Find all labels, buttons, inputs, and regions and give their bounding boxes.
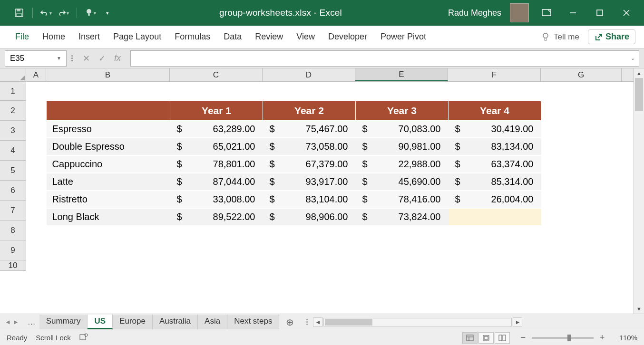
scroll-right-icon[interactable]: ► — [513, 317, 522, 327]
table-header[interactable]: Year 2 — [263, 101, 356, 121]
row-header-8[interactable]: 8 — [0, 220, 26, 240]
ribbon-tab-file[interactable]: File — [9, 26, 36, 48]
zoom-in-button[interactable]: + — [597, 333, 607, 343]
maximize-button[interactable] — [591, 4, 609, 22]
close-button[interactable] — [617, 4, 635, 22]
row-header-3[interactable]: 3 — [0, 121, 26, 141]
row-header-9[interactable]: 9 — [0, 240, 26, 260]
ribbon-tab-data[interactable]: Data — [217, 26, 248, 48]
table-row-name[interactable]: Ristretto — [47, 191, 170, 208]
table-cell[interactable]: $78,416.00 — [356, 191, 449, 208]
page-layout-view-button[interactable] — [478, 332, 494, 344]
table-cell[interactable]: $65,021.00 — [170, 138, 263, 155]
scroll-left-icon[interactable]: ◄ — [313, 317, 322, 327]
sheet-tab-us[interactable]: US — [88, 315, 113, 329]
formula-input[interactable]: ⌄ — [130, 50, 639, 67]
row-header-7[interactable]: 7 — [0, 201, 26, 220]
ribbon-tab-power-pivot[interactable]: Power Pivot — [374, 26, 433, 48]
ribbon-tab-formulas[interactable]: Formulas — [168, 26, 217, 48]
horizontal-scrollbar[interactable]: ◄ ► — [313, 317, 527, 327]
sheet-nav[interactable]: ◄► — [0, 318, 24, 326]
scroll-down-icon[interactable]: ▼ — [634, 304, 644, 314]
table-cell[interactable]: $90,981.00 — [356, 138, 449, 155]
table-cell[interactable]: $45,690.00 — [356, 173, 449, 191]
select-all-corner[interactable] — [0, 68, 26, 81]
table-row-name[interactable]: Long Black — [47, 208, 170, 226]
worksheet-grid[interactable]: ABCDEFG12345678910Year 1Year 2Year 3Year… — [0, 68, 644, 314]
table-cell[interactable]: $70,083.00 — [356, 121, 449, 138]
column-header-B[interactable]: B — [46, 68, 170, 81]
table-row-name[interactable]: Cappuccino — [47, 155, 170, 173]
macro-record-icon[interactable] — [79, 333, 88, 342]
chevron-down-icon[interactable]: ▼ — [57, 56, 61, 61]
table-header[interactable]: Year 3 — [356, 101, 449, 121]
sheet-tab-europe[interactable]: Europe — [113, 315, 153, 329]
sheet-overflow[interactable]: … — [24, 317, 39, 327]
expand-formula-icon[interactable]: ⌄ — [631, 55, 635, 61]
column-header-E[interactable]: E — [355, 68, 448, 81]
add-sheet-button[interactable]: ⊕ — [279, 316, 301, 328]
table-header[interactable]: Year 1 — [170, 101, 263, 121]
sheet-tab-asia[interactable]: Asia — [198, 315, 227, 329]
sheet-tab-australia[interactable]: Australia — [153, 315, 198, 329]
avatar[interactable] — [510, 3, 529, 22]
vertical-scrollbar[interactable]: ▲ ▼ — [634, 68, 644, 314]
column-header-A[interactable]: A — [26, 68, 46, 81]
table-header[interactable]: Year 4 — [449, 101, 541, 121]
table-cell[interactable]: $83,134.00 — [449, 138, 541, 155]
zoom-percent[interactable]: 110% — [615, 334, 637, 342]
zoom-out-button[interactable]: − — [518, 333, 528, 343]
table-cell[interactable]: $78,801.00 — [170, 155, 263, 173]
table-cell[interactable]: $22,988.00 — [356, 155, 449, 173]
table-cell[interactable]: $63,289.00 — [170, 121, 263, 138]
row-header-10[interactable]: 10 — [0, 260, 26, 271]
table-cell[interactable]: $30,419.00 — [449, 121, 541, 138]
row-header-1[interactable]: 1 — [0, 82, 26, 101]
ribbon-tab-review[interactable]: Review — [248, 26, 290, 48]
table-cell[interactable]: $26,004.00 — [449, 191, 541, 208]
table-cell[interactable]: $98,906.00 — [263, 208, 356, 226]
page-break-view-button[interactable] — [495, 332, 510, 344]
table-cell[interactable]: $89,522.00 — [170, 208, 263, 226]
name-box[interactable]: E35 ▼ — [5, 50, 67, 67]
normal-view-button[interactable] — [462, 332, 478, 344]
lightbulb-icon[interactable]: ▾ — [85, 7, 96, 19]
tell-me[interactable]: Tell me — [541, 32, 579, 42]
ribbon-tab-insert[interactable]: Insert — [72, 26, 107, 48]
enter-formula-icon[interactable]: ✓ — [98, 53, 106, 64]
row-header-5[interactable]: 5 — [0, 161, 26, 181]
row-header-2[interactable]: 2 — [0, 101, 26, 121]
ribbon-tab-page-layout[interactable]: Page Layout — [107, 26, 168, 48]
column-header-D[interactable]: D — [263, 68, 355, 81]
scroll-up-icon[interactable]: ▲ — [634, 68, 644, 78]
minimize-button[interactable] — [564, 4, 582, 22]
table-cell[interactable]: $87,044.00 — [170, 173, 263, 191]
ribbon-tab-home[interactable]: Home — [36, 26, 72, 48]
table-row-name[interactable]: Double Espresso — [47, 138, 170, 155]
column-header-C[interactable]: C — [170, 68, 263, 81]
share-button[interactable]: Share — [588, 29, 635, 44]
table-cell[interactable]: $63,374.00 — [449, 155, 541, 173]
fx-icon[interactable]: fx — [114, 53, 121, 63]
row-header-6[interactable]: 6 — [0, 181, 26, 201]
qat-customize-icon[interactable]: ▾ — [102, 7, 113, 19]
table-cell[interactable]: $93,917.00 — [263, 173, 356, 191]
table-cell[interactable]: $67,379.00 — [263, 155, 356, 173]
table-cell[interactable]: $83,104.00 — [263, 191, 356, 208]
sheet-tab-next-steps[interactable]: Next steps — [227, 315, 279, 329]
table-cell[interactable]: $85,314.00 — [449, 173, 541, 191]
sheet-tab-summary[interactable]: Summary — [39, 315, 88, 329]
table-cell[interactable]: $33,008.00 — [170, 191, 263, 208]
ribbon-tab-view[interactable]: View — [290, 26, 322, 48]
table-cell[interactable] — [449, 208, 541, 226]
table-header[interactable] — [47, 101, 170, 121]
redo-icon[interactable]: ▾ — [58, 7, 69, 19]
ribbon-tab-developer[interactable]: Developer — [322, 26, 374, 48]
column-header-F[interactable]: F — [448, 68, 541, 81]
table-row-name[interactable]: Espresso — [47, 121, 170, 138]
row-header-4[interactable]: 4 — [0, 141, 26, 161]
save-icon[interactable] — [13, 7, 25, 19]
zoom-slider[interactable]: − + — [518, 333, 607, 343]
table-row-name[interactable]: Latte — [47, 173, 170, 191]
table-cell[interactable]: $73,058.00 — [263, 138, 356, 155]
